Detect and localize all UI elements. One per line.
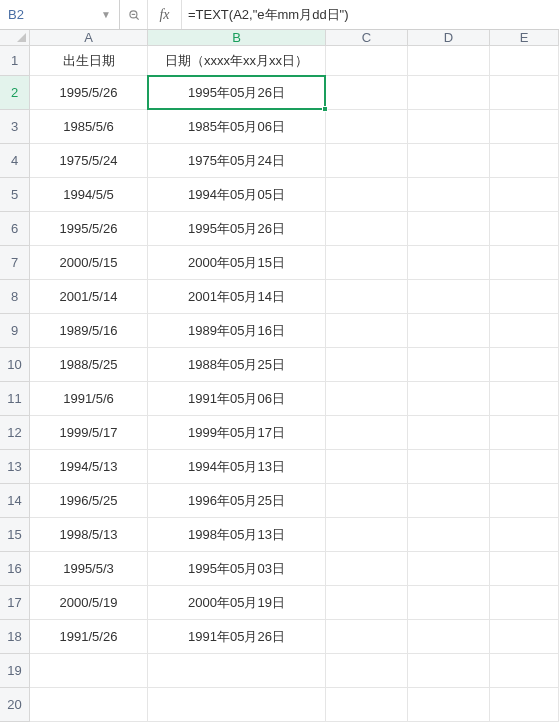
cell-C11[interactable] [326, 382, 408, 416]
cell-D5[interactable] [408, 178, 490, 212]
cell-B4[interactable]: 1975年05月24日 [148, 144, 326, 178]
cell-C3[interactable] [326, 110, 408, 144]
cell-D2[interactable] [408, 76, 490, 110]
cell-D17[interactable] [408, 586, 490, 620]
cell-E3[interactable] [490, 110, 559, 144]
cell-C17[interactable] [326, 586, 408, 620]
cell-A7[interactable]: 2000/5/15 [30, 246, 148, 280]
cell-E14[interactable] [490, 484, 559, 518]
cell-B9[interactable]: 1989年05月16日 [148, 314, 326, 348]
cell-C16[interactable] [326, 552, 408, 586]
cell-D13[interactable] [408, 450, 490, 484]
cell-D8[interactable] [408, 280, 490, 314]
cell-D12[interactable] [408, 416, 490, 450]
cell-C20[interactable] [326, 688, 408, 722]
row-header-11[interactable]: 11 [0, 382, 30, 416]
col-header-A[interactable]: A [30, 30, 148, 46]
cell-B1[interactable]: 日期（xxxx年xx月xx日） [148, 46, 326, 76]
cell-D19[interactable] [408, 654, 490, 688]
row-header-6[interactable]: 6 [0, 212, 30, 246]
cell-E7[interactable] [490, 246, 559, 280]
cell-B16[interactable]: 1995年05月03日 [148, 552, 326, 586]
row-header-19[interactable]: 19 [0, 654, 30, 688]
cell-C18[interactable] [326, 620, 408, 654]
cell-C1[interactable] [326, 46, 408, 76]
cell-B18[interactable]: 1991年05月26日 [148, 620, 326, 654]
row-header-8[interactable]: 8 [0, 280, 30, 314]
cell-B10[interactable]: 1988年05月25日 [148, 348, 326, 382]
row-header-20[interactable]: 20 [0, 688, 30, 722]
cell-A13[interactable]: 1994/5/13 [30, 450, 148, 484]
cell-E6[interactable] [490, 212, 559, 246]
cell-A19[interactable] [30, 654, 148, 688]
dropdown-icon[interactable]: ▼ [101, 9, 111, 20]
cell-C8[interactable] [326, 280, 408, 314]
cell-C7[interactable] [326, 246, 408, 280]
row-header-16[interactable]: 16 [0, 552, 30, 586]
cell-D9[interactable] [408, 314, 490, 348]
cell-E8[interactable] [490, 280, 559, 314]
cell-E2[interactable] [490, 76, 559, 110]
cell-C4[interactable] [326, 144, 408, 178]
cell-C19[interactable] [326, 654, 408, 688]
cell-B7[interactable]: 2000年05月15日 [148, 246, 326, 280]
cell-B5[interactable]: 1994年05月05日 [148, 178, 326, 212]
col-header-B[interactable]: B [148, 30, 326, 46]
row-header-13[interactable]: 13 [0, 450, 30, 484]
cell-E17[interactable] [490, 586, 559, 620]
cell-A14[interactable]: 1996/5/25 [30, 484, 148, 518]
cell-A9[interactable]: 1989/5/16 [30, 314, 148, 348]
cell-B2[interactable]: 1995年05月26日 [148, 76, 326, 110]
cell-E12[interactable] [490, 416, 559, 450]
row-header-15[interactable]: 15 [0, 518, 30, 552]
cell-E18[interactable] [490, 620, 559, 654]
cell-A2[interactable]: 1995/5/26 [30, 76, 148, 110]
cell-C2[interactable] [326, 76, 408, 110]
row-header-14[interactable]: 14 [0, 484, 30, 518]
cell-C13[interactable] [326, 450, 408, 484]
cell-B14[interactable]: 1996年05月25日 [148, 484, 326, 518]
cell-E15[interactable] [490, 518, 559, 552]
cell-A15[interactable]: 1998/5/13 [30, 518, 148, 552]
cell-D1[interactable] [408, 46, 490, 76]
cell-E19[interactable] [490, 654, 559, 688]
row-header-18[interactable]: 18 [0, 620, 30, 654]
cell-B12[interactable]: 1999年05月17日 [148, 416, 326, 450]
cell-B8[interactable]: 2001年05月14日 [148, 280, 326, 314]
cell-A18[interactable]: 1991/5/26 [30, 620, 148, 654]
col-header-E[interactable]: E [490, 30, 559, 46]
cell-D20[interactable] [408, 688, 490, 722]
row-header-12[interactable]: 12 [0, 416, 30, 450]
cell-D14[interactable] [408, 484, 490, 518]
row-header-4[interactable]: 4 [0, 144, 30, 178]
select-all-corner[interactable] [0, 30, 30, 46]
col-header-D[interactable]: D [408, 30, 490, 46]
cell-A1[interactable]: 出生日期 [30, 46, 148, 76]
cell-D15[interactable] [408, 518, 490, 552]
cell-B20[interactable] [148, 688, 326, 722]
cell-D6[interactable] [408, 212, 490, 246]
cell-E13[interactable] [490, 450, 559, 484]
cell-A10[interactable]: 1988/5/25 [30, 348, 148, 382]
cell-A12[interactable]: 1999/5/17 [30, 416, 148, 450]
cell-E10[interactable] [490, 348, 559, 382]
cell-C6[interactable] [326, 212, 408, 246]
cell-A5[interactable]: 1994/5/5 [30, 178, 148, 212]
formula-input[interactable] [182, 0, 559, 29]
col-header-C[interactable]: C [326, 30, 408, 46]
cell-A6[interactable]: 1995/5/26 [30, 212, 148, 246]
row-header-7[interactable]: 7 [0, 246, 30, 280]
cell-D16[interactable] [408, 552, 490, 586]
cell-E5[interactable] [490, 178, 559, 212]
cell-C5[interactable] [326, 178, 408, 212]
row-header-9[interactable]: 9 [0, 314, 30, 348]
cell-A16[interactable]: 1995/5/3 [30, 552, 148, 586]
cell-A17[interactable]: 2000/5/19 [30, 586, 148, 620]
cell-D7[interactable] [408, 246, 490, 280]
name-box[interactable]: B2 ▼ [0, 0, 120, 29]
row-header-10[interactable]: 10 [0, 348, 30, 382]
cell-A4[interactable]: 1975/5/24 [30, 144, 148, 178]
cell-B19[interactable] [148, 654, 326, 688]
cell-C12[interactable] [326, 416, 408, 450]
row-header-17[interactable]: 17 [0, 586, 30, 620]
